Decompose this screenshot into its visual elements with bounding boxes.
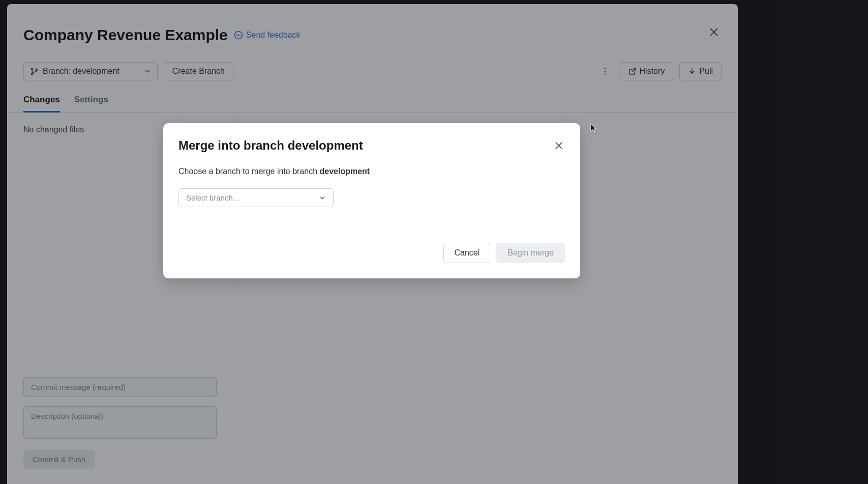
close-icon bbox=[554, 140, 564, 151]
begin-merge-button[interactable]: Begin merge bbox=[496, 243, 565, 263]
cancel-button[interactable]: Cancel bbox=[443, 243, 490, 263]
modal-title: Merge into branch development bbox=[178, 138, 363, 153]
modal-close-button[interactable] bbox=[553, 139, 565, 152]
merge-modal: Merge into branch development Choose a b… bbox=[163, 123, 580, 278]
branch-select-placeholder: Select branch... bbox=[186, 193, 239, 202]
modal-actions: Cancel Begin merge bbox=[178, 243, 565, 263]
modal-description: Choose a branch to merge into branch dev… bbox=[178, 167, 565, 176]
chevron-down-icon bbox=[319, 194, 326, 202]
modal-header: Merge into branch development bbox=[178, 138, 565, 153]
branch-select-dropdown[interactable]: Select branch... bbox=[178, 188, 334, 207]
